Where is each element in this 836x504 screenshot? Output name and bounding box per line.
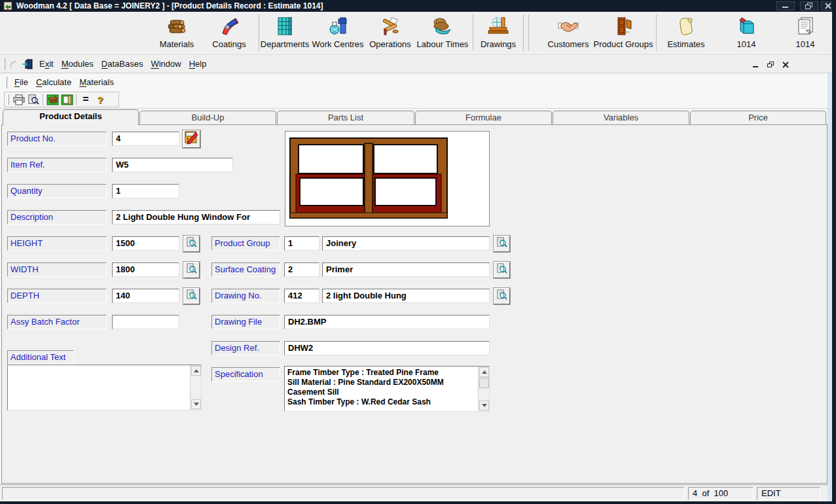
height-input[interactable]: 1500 (112, 236, 179, 251)
application-window: Woodman 4.2 [ Data Base = JOINERY2 ] - [… (0, 0, 836, 504)
calculator-pencil-icon (185, 131, 198, 147)
drawing-no-code-input[interactable]: 412 (284, 289, 319, 303)
surface-coating-lookup-button[interactable] (494, 262, 510, 278)
product-groups-icon (592, 14, 654, 38)
materials-calc-button[interactable] (45, 93, 60, 106)
toolbar-button-customers[interactable]: Customers (539, 14, 598, 52)
assy-batch-factor-input[interactable] (112, 315, 179, 329)
tab-product-details[interactable]: Product Details (3, 109, 139, 125)
drawings-icon (469, 14, 528, 38)
equals-icon[interactable]: = (79, 93, 93, 106)
additional-text-scrollbar[interactable] (190, 365, 201, 410)
print-button[interactable] (12, 93, 26, 106)
product-group-name-input[interactable]: Joinery (322, 236, 490, 251)
toolbar-button-operations[interactable]: Operations (361, 14, 420, 52)
toolbar-button-work-centres[interactable]: Work Centres (308, 14, 367, 52)
specification-area[interactable]: Frame Timber Type : Treated Pine Frame S… (284, 366, 490, 412)
drawing-file-input[interactable]: DH2.BMP (284, 315, 490, 329)
toolbar-button-estimate-1014[interactable]: 1014 (717, 14, 776, 52)
toolbar-button-document-1014[interactable]: 1014 (776, 14, 835, 52)
scrollbar-thumb[interactable] (479, 378, 489, 388)
product-no-input[interactable]: 4 (112, 132, 179, 146)
child-menubar: File Calculate Materials (0, 74, 827, 90)
tab-parts-list[interactable]: Parts List (277, 111, 414, 124)
surface-coating-code-input[interactable]: 2 (284, 262, 319, 277)
menu-databases[interactable]: DataBases (98, 57, 147, 71)
minimize-button[interactable] (776, 1, 795, 10)
toolbar-button-materials[interactable]: Materials (147, 14, 206, 52)
toolbar-button-drawings[interactable]: Drawings (469, 14, 528, 52)
additional-text-area[interactable] (7, 365, 202, 410)
menu-window[interactable]: Window (147, 57, 185, 71)
menu-modules[interactable]: Modules (58, 57, 98, 71)
window-right-border (832, 0, 836, 504)
width-input[interactable]: 1800 (112, 262, 179, 277)
item-ref-input[interactable]: W5 (112, 158, 233, 172)
print-preview-button[interactable] (26, 93, 41, 106)
labour-times-icon (413, 14, 472, 38)
estimate-pages-icon (776, 14, 835, 38)
child-toolbar-row: = ? (0, 90, 827, 109)
titlebar: Woodman 4.2 [ Data Base = JOINERY2 ] - [… (0, 0, 836, 12)
width-lookup-button[interactable] (183, 262, 200, 278)
mdi-restore-button[interactable] (767, 59, 774, 71)
description-input[interactable]: 2 Light Double Hung Window For (112, 210, 280, 225)
toolbar-button-departments[interactable]: Departments (255, 14, 314, 52)
drawing-no-name-input[interactable]: 2 light Double Hung (322, 289, 490, 303)
product-details-panel: Product No. 4 Item Ref. W5 Quantity 1 De… (1, 124, 827, 484)
menubar-grip[interactable] (3, 58, 5, 70)
quantity-input[interactable]: 1 (112, 184, 179, 198)
additional-text-content[interactable] (8, 365, 190, 410)
child-toolbar-grip[interactable] (7, 94, 9, 105)
drawing-no-label: Drawing No. (211, 289, 280, 303)
scrollbar-down-button[interactable] (191, 399, 201, 409)
page-magnifier-icon (186, 237, 197, 251)
work-centres-icon (308, 14, 367, 38)
tab-build-up[interactable]: Build-Up (139, 111, 276, 124)
specification-scrollbar[interactable] (478, 367, 489, 411)
tab-formulae[interactable]: Formulae (415, 111, 552, 124)
tab-price[interactable]: Price (690, 111, 826, 124)
product-no-calc-button[interactable] (183, 130, 200, 148)
coatings-icon (200, 14, 259, 38)
mdi-minimize-button[interactable] (753, 59, 759, 71)
depth-lookup-button[interactable] (183, 288, 200, 304)
toolbar-button-labour-times[interactable]: Labour Times (413, 14, 472, 52)
restore-button[interactable] (800, 1, 818, 10)
status-message-panel (2, 487, 685, 500)
assy-batch-factor-label: Assy Batch Factor (7, 315, 107, 329)
specification-content[interactable]: Frame Timber Type : Treated Pine Frame S… (285, 367, 478, 411)
estimate-folder-icon (717, 14, 776, 38)
menu-calculate[interactable]: Calculate (32, 75, 75, 89)
surface-coating-name-input[interactable]: Primer (322, 262, 490, 277)
depth-input[interactable]: 140 (112, 289, 179, 303)
toolbar-button-coatings[interactable]: Coatings (200, 14, 259, 52)
menu-materials[interactable]: Materials (75, 75, 118, 89)
menu-help[interactable]: Help (185, 57, 211, 71)
status-mode-panel: EDIT (757, 487, 820, 500)
depth-label: DEPTH (7, 289, 107, 303)
toolbar-button-product-groups[interactable]: Product Groups (592, 14, 654, 52)
toolbar-separator (76, 94, 77, 105)
product-group-lookup-button[interactable] (494, 236, 510, 252)
help-icon[interactable]: ? (93, 93, 107, 106)
mdi-close-button[interactable] (782, 59, 789, 71)
design-ref-input[interactable]: DHW2 (284, 341, 490, 355)
design-ref-label: Design Ref. (211, 341, 280, 355)
scrollbar-up-button[interactable] (479, 367, 489, 377)
menu-exit[interactable]: Exit (35, 57, 58, 71)
child-menubar-grip[interactable] (5, 77, 7, 88)
toolbar-button-estimates[interactable]: Estimates (657, 14, 716, 52)
scrollbar-up-button[interactable] (191, 366, 201, 376)
menu-file[interactable]: File (10, 75, 32, 89)
drawing-no-lookup-button[interactable] (494, 288, 510, 304)
measure-button[interactable] (60, 93, 74, 106)
description-label: Description (7, 210, 107, 225)
item-ref-label: Item Ref. (7, 158, 107, 172)
customers-icon (539, 14, 598, 38)
product-group-code-input[interactable]: 1 (284, 236, 319, 251)
exit-door-icon (22, 59, 33, 69)
scrollbar-down-button[interactable] (479, 401, 489, 410)
height-lookup-button[interactable] (183, 236, 200, 252)
tab-variables[interactable]: Variables (553, 111, 689, 124)
